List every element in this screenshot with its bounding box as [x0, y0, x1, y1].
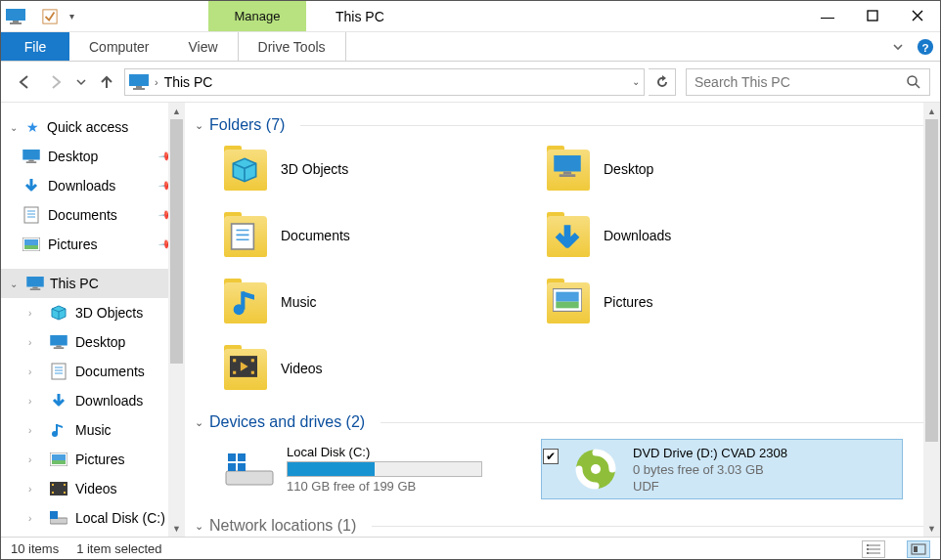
file-tab[interactable]: File — [1, 32, 69, 61]
sidebar-item-label: Pictures — [75, 452, 125, 467]
address-dropdown-icon[interactable]: ⌄ — [632, 76, 640, 87]
scroll-down-icon[interactable]: ▼ — [923, 520, 940, 537]
manage-contextual-tab[interactable]: Manage — [208, 1, 306, 31]
close-button[interactable] — [895, 1, 940, 31]
address-bar[interactable]: › This PC ⌄ — [124, 68, 645, 96]
scroll-down-icon[interactable]: ▼ — [168, 520, 185, 537]
sidebar-item-pictures-2[interactable]: › Pictures — [1, 445, 185, 474]
chevron-down-icon[interactable]: ⌄ — [195, 119, 203, 132]
chevron-right-icon[interactable]: › — [28, 425, 42, 436]
svg-rect-47 — [251, 359, 254, 362]
svg-rect-55 — [867, 552, 869, 554]
group-drives-header[interactable]: ⌄ Devices and drives (2) — [195, 413, 924, 431]
group-network-header[interactable]: ⌄ Network locations (1) — [195, 517, 924, 535]
sidebar-item-label: Pictures — [48, 237, 98, 252]
folder-pictures[interactable]: Pictures — [545, 275, 887, 329]
chevron-right-icon[interactable]: › — [28, 513, 42, 524]
svg-rect-45 — [233, 359, 236, 362]
svg-rect-54 — [867, 548, 869, 550]
chevron-down-icon[interactable]: ⌄ — [195, 520, 203, 533]
group-folders-header[interactable]: ⌄ Folders (7) — [195, 116, 924, 134]
folder-downloads[interactable]: Downloads — [545, 208, 887, 263]
sidebar-item-videos[interactable]: › Videos — [1, 474, 185, 503]
folder-label: Pictures — [604, 294, 653, 310]
chevron-down-icon[interactable]: ⌄ — [7, 122, 21, 133]
sidebar-label: Quick access — [47, 119, 185, 135]
folder-music[interactable]: Music — [222, 275, 535, 329]
sidebar-item-desktop-2[interactable]: › Desktop — [1, 327, 185, 357]
folder-videos[interactable]: Videos — [222, 341, 535, 396]
properties-icon[interactable] — [41, 8, 59, 25]
help-icon[interactable]: ? — [911, 32, 940, 61]
breadcrumb-sep-icon[interactable]: › — [155, 76, 158, 88]
back-button[interactable] — [11, 68, 38, 96]
qat-dropdown-icon[interactable]: ▾ — [67, 11, 76, 22]
breadcrumb[interactable]: This PC — [164, 74, 213, 90]
drive-free-text: 110 GB free of 199 GB — [287, 479, 482, 494]
svg-rect-20 — [30, 288, 41, 290]
view-details-button[interactable] — [862, 540, 885, 558]
scroll-up-icon[interactable]: ▲ — [168, 103, 185, 119]
sidebar-item-local-disk-c[interactable]: › Local Disk (C:) — [1, 503, 185, 533]
svg-rect-35 — [50, 511, 58, 519]
sidebar-item-downloads-2[interactable]: › Downloads — [1, 386, 185, 415]
sidebar-quick-access[interactable]: ⌄ ★ Quick access — [1, 112, 185, 142]
sidebar-this-pc[interactable]: ⌄ This PC — [1, 269, 185, 298]
minimize-button[interactable]: — — [805, 1, 850, 31]
drive-checkbox[interactable]: ✔ — [543, 449, 559, 464]
sidebar-item-documents[interactable]: Documents 📌 — [1, 200, 185, 230]
svg-rect-23 — [54, 347, 65, 349]
svg-rect-31 — [52, 492, 54, 494]
cube-icon — [50, 304, 67, 322]
sidebar-item-music[interactable]: › Music — [1, 415, 185, 445]
sidebar-item-downloads[interactable]: Downloads 📌 — [1, 171, 185, 200]
chevron-right-icon[interactable]: › — [28, 308, 42, 319]
drive-dvd-d[interactable]: ✔ DVD Drive (D:) CVAD 2308 0 bytes free … — [541, 439, 903, 499]
computer-tab[interactable]: Computer — [69, 32, 168, 61]
refresh-button[interactable] — [649, 68, 676, 96]
chevron-down-icon[interactable]: ⌄ — [195, 416, 203, 429]
recent-dropdown-icon[interactable] — [73, 68, 89, 96]
folder-desktop[interactable]: Desktop — [545, 142, 887, 196]
folder-label: Videos — [281, 361, 323, 376]
chevron-right-icon[interactable]: › — [28, 396, 42, 407]
sidebar-item-label: Documents — [48, 207, 117, 223]
view-large-icons-button[interactable] — [907, 540, 930, 558]
sidebar-item-documents-2[interactable]: › Documents — [1, 357, 185, 386]
chevron-right-icon[interactable]: › — [28, 484, 42, 495]
sidebar-item-desktop[interactable]: Desktop 📌 — [1, 142, 185, 171]
star-icon: ★ — [26, 119, 39, 135]
drive-tools-tab[interactable]: Drive Tools — [238, 32, 346, 61]
disk-icon — [224, 448, 275, 491]
status-items: 10 items — [11, 541, 59, 556]
quick-access-toolbar: ▾ — [1, 1, 91, 31]
folder-documents[interactable]: Documents — [222, 208, 535, 263]
scroll-thumb[interactable] — [170, 119, 183, 364]
sidebar-item-3d-objects[interactable]: › 3D Objects — [1, 298, 185, 327]
search-icon — [906, 74, 921, 90]
window-controls: — — [805, 1, 940, 31]
forward-button[interactable] — [42, 68, 69, 96]
chevron-down-icon[interactable]: ⌄ — [7, 279, 21, 289]
svg-rect-13 — [26, 161, 37, 163]
svg-rect-0 — [6, 9, 25, 21]
svg-rect-8 — [136, 86, 142, 88]
scroll-thumb[interactable] — [925, 119, 938, 442]
content-scrollbar[interactable]: ▲ ▼ — [923, 103, 940, 537]
view-tab[interactable]: View — [168, 32, 237, 61]
up-button[interactable] — [93, 68, 120, 96]
chevron-right-icon[interactable]: › — [28, 337, 42, 348]
sidebar-item-pictures[interactable]: Pictures 📌 — [1, 230, 185, 259]
sidebar-scrollbar[interactable]: ▲ ▼ — [168, 103, 185, 537]
svg-rect-28 — [52, 460, 66, 464]
folder-3d-objects[interactable]: 3D Objects — [222, 142, 535, 196]
chevron-right-icon[interactable]: › — [28, 366, 42, 377]
search-input[interactable]: Search This PC — [686, 68, 930, 96]
scroll-up-icon[interactable]: ▲ — [923, 103, 940, 119]
chevron-right-icon[interactable]: › — [28, 454, 42, 465]
svg-rect-42 — [556, 292, 578, 302]
maximize-button[interactable] — [850, 1, 895, 31]
drive-local-c[interactable]: Local Disk (C:) 110 GB free of 199 GB — [222, 439, 535, 499]
ribbon-collapse-icon[interactable] — [885, 32, 911, 61]
svg-rect-33 — [64, 492, 66, 494]
